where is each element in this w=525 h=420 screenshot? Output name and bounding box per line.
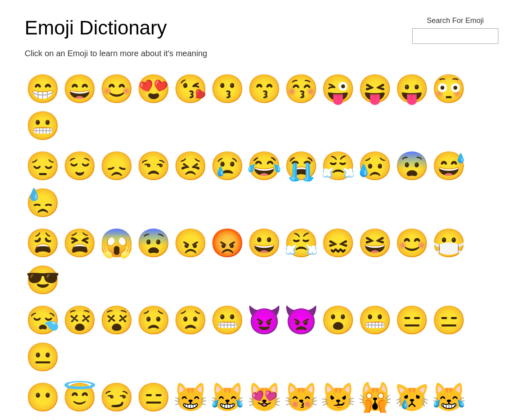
- emoji-item-3-9[interactable]: 😬: [357, 302, 393, 338]
- emoji-item-1-12[interactable]: 😓: [25, 185, 61, 221]
- emoji-item-1-7[interactable]: 😭: [283, 148, 319, 184]
- emoji-item-2-2[interactable]: 😱: [98, 225, 135, 261]
- emoji-item-3-7[interactable]: 👿: [283, 302, 319, 338]
- emoji-item-1-2[interactable]: 😞: [98, 148, 135, 184]
- emoji-item-3-11[interactable]: 😑: [431, 302, 467, 338]
- emoji-item-1-11[interactable]: 😅: [431, 148, 467, 184]
- emoji-item-0-6[interactable]: 😙: [246, 71, 282, 107]
- emoji-item-2-6[interactable]: 😀: [246, 225, 282, 261]
- emoji-item-4-10[interactable]: 😿: [394, 379, 430, 415]
- emoji-item-3-0[interactable]: 😪: [25, 302, 61, 338]
- emoji-item-0-3[interactable]: 😍: [135, 71, 171, 107]
- emoji-item-2-3[interactable]: 😨: [135, 225, 171, 261]
- emoji-item-4-11[interactable]: 😹: [431, 379, 467, 415]
- emoji-item-2-11[interactable]: 😷: [431, 225, 467, 261]
- emoji-item-1-5[interactable]: 😢: [209, 148, 245, 184]
- emoji-item-2-1[interactable]: 😫: [62, 225, 98, 261]
- emoji-item-0-2[interactable]: 😊: [98, 71, 135, 107]
- emoji-item-2-8[interactable]: 😖: [320, 225, 356, 261]
- emoji-item-3-6[interactable]: 😈: [246, 302, 282, 338]
- search-label: Search For Emoji: [410, 16, 500, 25]
- emoji-item-2-9[interactable]: 😆: [357, 225, 393, 261]
- emoji-item-2-12[interactable]: 😎: [25, 262, 61, 298]
- emoji-item-4-4[interactable]: 😸: [172, 379, 208, 415]
- header-left: Emoji Dictionary Click on an Emoji to le…: [25, 16, 207, 58]
- page-subtitle: Click on an Emoji to learn more about it…: [25, 49, 207, 58]
- emoji-item-4-1[interactable]: 😇: [62, 379, 98, 415]
- emoji-item-4-6[interactable]: 😻: [246, 379, 282, 415]
- emoji-item-0-9[interactable]: 😝: [357, 71, 393, 107]
- emoji-item-4-7[interactable]: 😽: [283, 379, 319, 415]
- emoji-row-2: 😩😫😱😨😠😡😀😤😖😆😊😷😎: [25, 225, 500, 298]
- emoji-item-1-6[interactable]: 😂: [246, 148, 282, 184]
- emoji-item-0-7[interactable]: 😚: [283, 71, 319, 107]
- emoji-item-0-0[interactable]: 😁: [25, 71, 61, 107]
- emoji-item-4-5[interactable]: 😹: [209, 379, 245, 415]
- page-title: Emoji Dictionary: [25, 16, 207, 39]
- emoji-item-1-4[interactable]: 😣: [172, 148, 208, 184]
- emoji-item-3-3[interactable]: 😟: [135, 302, 171, 338]
- emoji-item-3-12[interactable]: 😐: [25, 339, 61, 375]
- emoji-item-2-4[interactable]: 😠: [172, 225, 208, 261]
- emoji-item-3-1[interactable]: 😵: [62, 302, 98, 338]
- emoji-item-2-7[interactable]: 😤: [283, 225, 319, 261]
- emoji-item-4-0[interactable]: 😶: [25, 379, 61, 415]
- emoji-row-4: 😶😇😏😑😸😹😻😽😼🙀😿😹😾: [25, 379, 500, 420]
- emoji-item-2-0[interactable]: 😩: [25, 225, 61, 261]
- page-header: Emoji Dictionary Click on an Emoji to le…: [25, 16, 500, 58]
- emoji-item-1-3[interactable]: 😒: [135, 148, 171, 184]
- emoji-item-0-10[interactable]: 😛: [394, 71, 430, 107]
- emoji-item-3-10[interactable]: 😑: [394, 302, 430, 338]
- emoji-item-1-9[interactable]: 😥: [357, 148, 393, 184]
- emoji-item-2-5[interactable]: 😡: [209, 225, 245, 261]
- emoji-item-0-12[interactable]: 😬: [25, 107, 61, 144]
- emoji-item-1-10[interactable]: 😨: [394, 148, 430, 184]
- emoji-item-0-1[interactable]: 😄: [62, 71, 98, 107]
- emoji-item-4-3[interactable]: 😑: [135, 379, 171, 415]
- emoji-item-4-12[interactable]: 😾: [25, 416, 61, 420]
- emoji-item-0-5[interactable]: 😗: [209, 71, 245, 107]
- emoji-grid: 😁😄😊😍😘😗😙😚😜😝😛😳😬😔😌😞😒😣😢😂😭😤😥😨😅😓😩😫😱😨😠😡😀😤😖😆😊😷😎😪…: [25, 71, 500, 420]
- search-input[interactable]: [412, 28, 498, 44]
- emoji-row-1: 😔😌😞😒😣😢😂😭😤😥😨😅😓: [25, 148, 500, 221]
- emoji-item-0-11[interactable]: 😳: [431, 71, 467, 107]
- emoji-item-0-4[interactable]: 😘: [172, 71, 208, 107]
- emoji-item-3-8[interactable]: 😮: [320, 302, 356, 338]
- emoji-item-1-0[interactable]: 😔: [25, 148, 61, 184]
- emoji-item-1-1[interactable]: 😌: [62, 148, 98, 184]
- emoji-item-0-8[interactable]: 😜: [320, 71, 356, 107]
- emoji-row-3: 😪😵😵😟😟😬😈👿😮😬😑😑😐: [25, 302, 500, 375]
- emoji-item-2-10[interactable]: 😊: [394, 225, 430, 261]
- emoji-item-3-2[interactable]: 😵: [98, 302, 135, 338]
- emoji-item-4-2[interactable]: 😏: [98, 379, 135, 415]
- emoji-item-3-5[interactable]: 😬: [209, 302, 245, 338]
- search-section: Search For Emoji: [410, 16, 500, 44]
- emoji-item-3-4[interactable]: 😟: [172, 302, 208, 338]
- emoji-row-0: 😁😄😊😍😘😗😙😚😜😝😛😳😬: [25, 71, 500, 144]
- emoji-item-1-8[interactable]: 😤: [320, 148, 356, 184]
- emoji-item-4-9[interactable]: 🙀: [357, 379, 393, 415]
- emoji-item-4-8[interactable]: 😼: [320, 379, 356, 415]
